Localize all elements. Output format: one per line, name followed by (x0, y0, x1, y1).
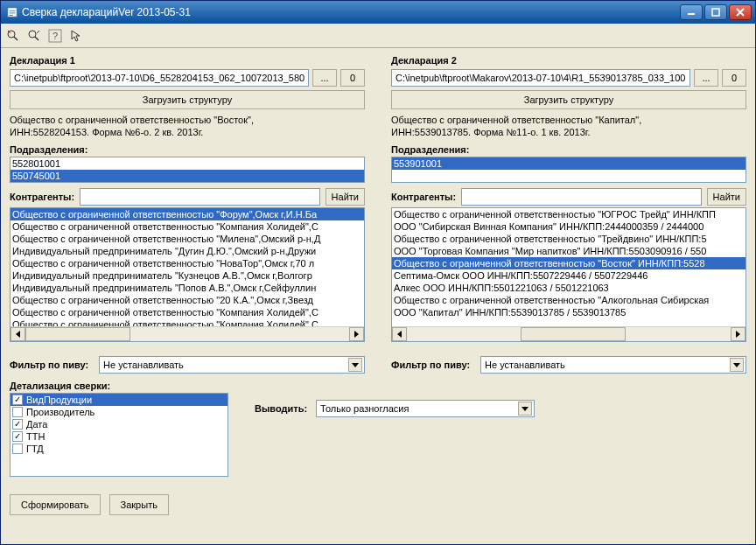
decl2-hscrollbar[interactable] (392, 326, 746, 341)
decl2-load-button[interactable]: Загрузить структуру (391, 90, 746, 109)
checklist-item-label: ТТН (26, 431, 45, 442)
cursor-icon[interactable] (69, 29, 83, 43)
checklist-item-label: ВидПродукции (26, 395, 92, 405)
decl2-browse-button[interactable]: ... (694, 69, 718, 87)
checkbox[interactable] (12, 419, 23, 430)
checkbox[interactable] (12, 407, 23, 417)
decl1-title: Декларация 1 (10, 55, 365, 66)
list-item[interactable]: ООО "Сибирская Винная Компания" ИНН/КПП:… (392, 220, 746, 233)
toolbar-icon-2[interactable] (27, 29, 41, 43)
decl1-inn: ИНН:5528204153. Форма №6-о. 2 кв. 2013г. (10, 127, 365, 137)
declaration-1-panel: Декларация 1 ... 0 Загрузить структуру О… (10, 55, 365, 342)
decl1-browse-button[interactable]: ... (312, 69, 337, 87)
filter2-label: Фильтр по пиву: (391, 360, 470, 370)
list-item[interactable]: Общество с ограниченной ответственностью… (10, 318, 364, 326)
list-item[interactable]: Общество с ограниченной ответственностью… (392, 257, 746, 269)
decl1-path-input[interactable] (10, 69, 309, 87)
decl1-org: Общество с ограниченной ответственностью… (10, 115, 365, 125)
checklist-item[interactable]: ВидПродукции (10, 394, 228, 406)
detail-label: Детализация сверки: (10, 381, 746, 391)
minimize-button[interactable] (680, 4, 703, 20)
list-item[interactable]: 552801001 (10, 157, 364, 170)
decl2-ka-listbox[interactable]: Общество с ограниченной ответственностью… (391, 207, 746, 342)
list-item[interactable]: ООО "Торговая Компания "Мир напитков" ИН… (392, 245, 746, 257)
close-window-button[interactable]: Закрыть (109, 494, 169, 515)
decl1-ka-input[interactable] (80, 188, 320, 206)
checklist-item-label: ГТД (26, 444, 44, 454)
checklist-item-label: Производитель (26, 407, 94, 417)
list-item[interactable]: Общество с ограниченной ответственностью… (10, 220, 364, 233)
list-item[interactable]: Общество с ограниченной ответственностью… (392, 208, 746, 220)
decl2-org: Общество с ограниченной ответственностью… (391, 115, 746, 125)
chevron-down-icon (518, 402, 532, 416)
decl2-inn: ИНН:5539013785. Форма №11-о. 1 кв. 2013г… (391, 127, 746, 137)
decl2-reset-button[interactable]: 0 (722, 69, 746, 87)
decl1-load-button[interactable]: Загрузить структуру (10, 90, 365, 109)
list-item[interactable]: Индивидуальный предприниматель "Дугин Д.… (10, 245, 364, 257)
list-item[interactable]: Общество с ограниченной ответственностью… (392, 294, 746, 306)
filter1-combo[interactable]: Не устанавливать (99, 356, 365, 374)
decl1-subdiv-label: Подразделения: (10, 144, 365, 155)
checklist-item-label: Дата (26, 419, 47, 430)
checkbox[interactable] (12, 431, 23, 442)
close-button[interactable] (729, 4, 752, 20)
chevron-down-icon (348, 358, 362, 372)
list-item[interactable]: Общество с ограниченной ответственностью… (10, 233, 364, 245)
list-item[interactable]: Алкес ООО ИНН/КПП:5501221063 / 550122106… (392, 282, 746, 294)
decl2-path-input[interactable] (391, 69, 690, 87)
generate-button[interactable]: Сформировать (10, 494, 101, 515)
app-icon (6, 6, 18, 18)
svg-point-3 (29, 31, 36, 38)
decl2-ka-input[interactable] (461, 188, 702, 206)
main-window: Сверка декларацийVer 2013-05-31 ? (0, 0, 756, 545)
svg-rect-1 (712, 9, 719, 16)
decl1-subdiv-list[interactable]: 552801001550745001 (10, 157, 365, 183)
checklist-item[interactable]: ТТН (10, 430, 228, 443)
decl2-subdiv-label: Подразделения: (391, 144, 746, 155)
decl2-subdiv-list[interactable]: 553901001 (391, 157, 746, 183)
checklist-item[interactable]: Производитель (10, 406, 228, 418)
list-item[interactable]: Индивидуальный предприниматель "Попов А.… (10, 282, 364, 294)
decl2-find-button[interactable]: Найти (707, 188, 746, 206)
checklist-item[interactable]: Дата (10, 418, 228, 430)
decl1-find-button[interactable]: Найти (326, 188, 365, 206)
checklist-item[interactable]: ГТД (10, 443, 228, 455)
decl1-ka-label: Контрагенты: (10, 192, 74, 202)
list-item[interactable]: Септима-Омск ООО ИНН/КПП:5507229446 / 55… (392, 269, 746, 282)
titlebar: Сверка декларацийVer 2013-05-31 (1, 1, 755, 24)
help-icon[interactable]: ? (48, 29, 62, 43)
list-item[interactable]: Общество с ограниченной ответственностью… (392, 233, 746, 245)
checkbox[interactable] (12, 444, 23, 454)
list-item[interactable]: ООО "Капитал" ИНН/КПП:5539013785 / 55390… (392, 306, 746, 318)
list-item[interactable]: Общество с ограниченной ответственностью… (10, 257, 364, 269)
output-value: Только разногласия (320, 403, 409, 414)
list-item[interactable]: Общество с ограниченной ответственностью… (10, 208, 364, 220)
maximize-button[interactable] (704, 4, 727, 20)
detail-checklist[interactable]: ВидПродукцииПроизводительДатаТТНГТД (10, 393, 228, 477)
toolbar: ? (1, 24, 755, 48)
decl2-title: Декларация 2 (391, 55, 746, 66)
list-item[interactable]: Индивидуальный предприниматель "Кузнецов… (10, 269, 364, 282)
list-item[interactable]: Общество с ограниченной ответственностью… (10, 306, 364, 318)
decl1-ka-listbox[interactable]: Общество с ограниченной ответственностью… (10, 207, 365, 342)
decl2-ka-label: Контрагенты: (391, 192, 456, 202)
filter1-value: Не устанавливать (103, 360, 184, 370)
content-area: Декларация 1 ... 0 Загрузить структуру О… (1, 48, 755, 544)
decl1-hscrollbar[interactable] (10, 326, 364, 341)
chevron-down-icon (730, 358, 744, 372)
filter1-label: Фильтр по пиву: (10, 360, 88, 370)
output-label: Выводить: (255, 403, 307, 414)
checkbox[interactable] (12, 395, 23, 405)
window-title: Сверка декларацийVer 2013-05-31 (22, 6, 680, 18)
decl1-reset-button[interactable]: 0 (340, 69, 365, 87)
filter2-combo[interactable]: Не устанавливать (480, 356, 746, 374)
svg-text:?: ? (52, 31, 58, 41)
list-item[interactable]: 553901001 (392, 157, 746, 170)
declaration-2-panel: Декларация 2 ... 0 Загрузить структуру О… (391, 55, 746, 342)
filter2-value: Не устанавливать (485, 360, 565, 370)
toolbar-icon-1[interactable] (6, 29, 20, 43)
output-combo[interactable]: Только разногласия (316, 400, 535, 417)
list-item[interactable]: Общество с ограниченной ответственностью… (10, 294, 364, 306)
list-item[interactable]: 550745001 (10, 170, 364, 182)
